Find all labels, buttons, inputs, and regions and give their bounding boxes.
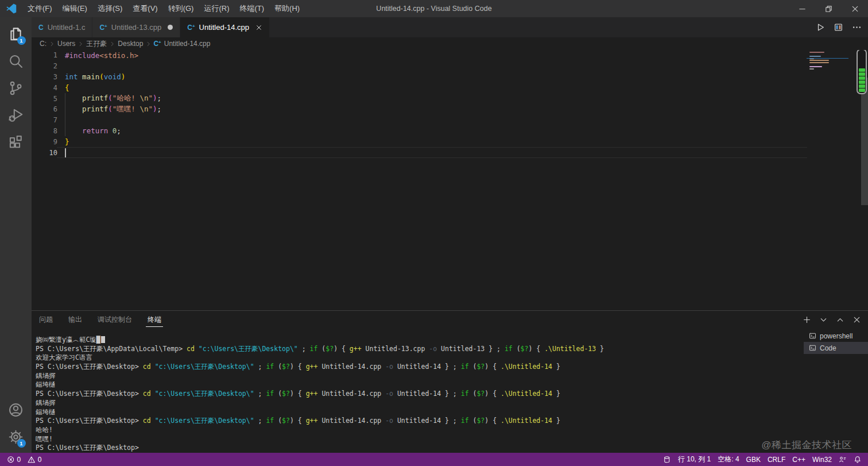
- statusbar-encoding[interactable]: GBK: [743, 453, 764, 466]
- editor-scrollbar[interactable]: [861, 78, 868, 205]
- code-editor[interactable]: 1#include<stdio.h>23int main(void)4{5 pr…: [32, 50, 868, 310]
- feedback-icon: [839, 456, 847, 464]
- menu-文件(F)[interactable]: 文件(F): [22, 0, 57, 17]
- statusbar-problems-warnings[interactable]: 0: [24, 453, 45, 466]
- account-icon: [8, 402, 24, 418]
- terminal-line: 鍢垮樋: [36, 408, 803, 417]
- terminal-line: 鍝堝搱: [36, 372, 803, 381]
- statusbar-feedback[interactable]: [835, 453, 850, 466]
- line-number: 9: [32, 138, 57, 146]
- editor-actions: [814, 17, 862, 37]
- close-tab-icon[interactable]: [255, 24, 262, 31]
- more-icon: [852, 22, 862, 32]
- bottom-panel: 问题输出调试控制台终端 娆㈣繋澶у瀛︿範C璇█PS C:\Users\王孖豪\A…: [32, 310, 868, 453]
- breadcrumb-segment[interactable]: C:: [39, 40, 47, 48]
- terminal-line: 鍢垮樋: [36, 380, 803, 390]
- menu-选择(S)[interactable]: 选择(S): [92, 0, 127, 17]
- terminal-instance-label: Code: [820, 344, 836, 352]
- panel-tab-终端[interactable]: 终端: [148, 311, 161, 329]
- tab-Untitled-13.cpp[interactable]: C+Untitled-13.cpp: [92, 17, 180, 37]
- code-line: 4{: [32, 82, 868, 93]
- window-controls: [789, 0, 868, 17]
- statusbar-label: C++: [792, 456, 805, 464]
- breadcrumb-file[interactable]: C+Untitled-14.cpp: [153, 40, 210, 48]
- statusbar-kernel-indicator[interactable]: [660, 453, 675, 466]
- play-icon: [815, 22, 825, 32]
- menu-查看(V)[interactable]: 查看(V): [127, 0, 162, 17]
- statusbar-indentation[interactable]: 空格: 4: [714, 453, 742, 466]
- minimap[interactable]: [809, 52, 857, 70]
- activitybar-explorer[interactable]: 1: [2, 21, 30, 48]
- code-text: printf("嘿嘿! \n");: [65, 105, 161, 114]
- extensions-icon: [8, 134, 24, 150]
- line-number: 1: [32, 51, 57, 59]
- terminal-icon: [809, 332, 816, 340]
- menu-运行(R)[interactable]: 运行(R): [199, 0, 234, 17]
- panel-tab-调试控制台[interactable]: 调试控制台: [98, 311, 132, 329]
- chevron-right-icon: [78, 41, 84, 47]
- restore-icon: [824, 5, 833, 13]
- panel-tab-问题[interactable]: 问题: [39, 311, 53, 329]
- activitybar-search[interactable]: [2, 48, 30, 75]
- statusbar-label: GBK: [746, 456, 761, 464]
- badge: 1: [17, 36, 26, 45]
- terminal-output[interactable]: 娆㈣繋澶у瀛︿範C璇█PS C:\Users\王孖豪\AppData\Local…: [32, 336, 803, 453]
- maximize-panel-button[interactable]: [835, 315, 844, 325]
- panel-tab-输出[interactable]: 输出: [68, 311, 82, 329]
- activitybar-source-control[interactable]: [2, 75, 30, 102]
- statusbar-cursor-position[interactable]: 行 10, 列 1: [675, 453, 714, 466]
- tab-Untitled-14.cpp[interactable]: C+Untitled-14.cpp: [180, 17, 270, 37]
- menu-bar: 文件(F)编辑(E)选择(S)查看(V)转到(G)运行(R)终端(T)帮助(H): [22, 0, 305, 17]
- menu-编辑(E)[interactable]: 编辑(E): [57, 0, 92, 17]
- minimize-icon: [798, 5, 807, 13]
- terminal-line: 欢迎大家学习C语言: [36, 353, 803, 363]
- terminal-line: PS C:\Users\王孖豪\Desktop> cd "c:\Users\王孖…: [36, 390, 803, 399]
- more-actions-button[interactable]: [851, 22, 862, 33]
- close-window-button[interactable]: [842, 0, 868, 17]
- tab-label: Untitled-13.cpp: [111, 23, 161, 32]
- code-line: 9}: [32, 136, 868, 147]
- line-number: 3: [32, 73, 57, 81]
- chevup-icon: [836, 315, 844, 324]
- restore-button[interactable]: [815, 0, 842, 17]
- close-icon: [851, 5, 859, 13]
- terminal-instance-powershell[interactable]: powershell: [804, 330, 868, 342]
- split-editor-button[interactable]: [832, 22, 844, 33]
- minimize-button[interactable]: [789, 0, 815, 17]
- statusbar-label: 空格: 4: [718, 455, 739, 464]
- db-icon: [663, 456, 671, 464]
- statusbar-target-platform[interactable]: Win32: [809, 453, 835, 466]
- close-panel-button[interactable]: [852, 315, 861, 325]
- statusbar-eol-sequence[interactable]: CRLF: [764, 453, 789, 466]
- activitybar-extensions[interactable]: [2, 129, 30, 156]
- statusbar-problems-errors[interactable]: 0: [3, 453, 24, 466]
- activitybar-accounts[interactable]: [2, 396, 30, 423]
- activitybar-run-and-debug[interactable]: [2, 102, 30, 129]
- breadcrumb-segment[interactable]: Desktop: [117, 40, 144, 48]
- code-text: printf("哈哈! \n");: [65, 94, 161, 103]
- battery-overlay-indicator: [857, 50, 867, 94]
- breadcrumb-segment[interactable]: Users: [57, 40, 76, 48]
- statusbar-notifications-bell[interactable]: [850, 453, 865, 466]
- menu-终端(T)[interactable]: 终端(T): [234, 0, 269, 17]
- activitybar-settings[interactable]: 1: [2, 423, 30, 450]
- tab-Untitled-1.c[interactable]: CUntitled-1.c: [32, 17, 92, 37]
- terminal-line: 娆㈣繋澶у瀛︿範C璇█: [36, 336, 803, 345]
- menu-帮助(H)[interactable]: 帮助(H): [269, 0, 305, 17]
- terminal-line: PS C:\Users\王孖豪\Desktop> cd "c:\Users\王孖…: [36, 363, 803, 372]
- breadcrumb-segment[interactable]: 王孖豪: [86, 39, 107, 49]
- terminal-instance-Code[interactable]: Code: [804, 342, 868, 354]
- terminal-line: 嘿嘿!: [36, 435, 803, 444]
- c-file-icon: C: [38, 24, 44, 31]
- code-line: 6 printf("嘿嘿! \n");: [32, 104, 868, 115]
- line-number: 7: [32, 116, 57, 124]
- run-button[interactable]: [814, 22, 826, 33]
- new-terminal-button[interactable]: [802, 315, 811, 325]
- terminal-launch-picker[interactable]: [819, 315, 828, 325]
- statusbar-language-mode[interactable]: C++: [789, 453, 809, 466]
- terminal-line: 哈哈!: [36, 426, 803, 435]
- menu-转到(G)[interactable]: 转到(G): [163, 0, 199, 17]
- terminal-icon: [809, 344, 816, 352]
- panel-header: 问题输出调试控制台终端: [32, 311, 868, 329]
- close-icon: [852, 315, 861, 324]
